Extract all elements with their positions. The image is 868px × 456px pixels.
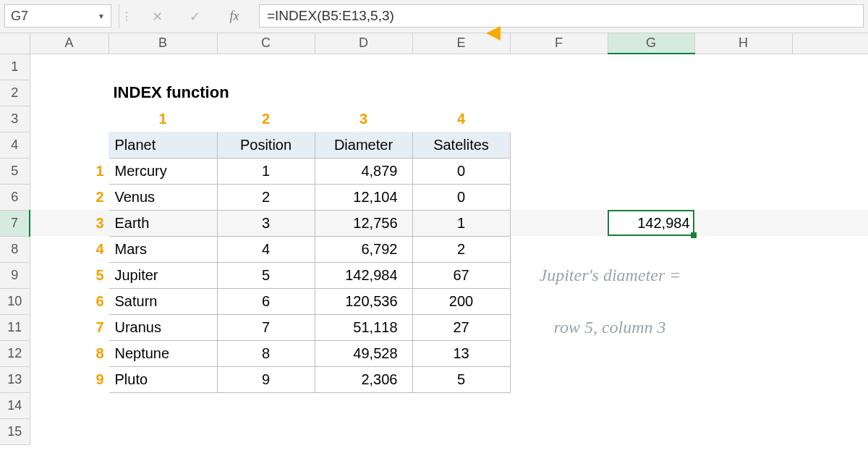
cell[interactable] bbox=[694, 418, 792, 444]
row-index[interactable]: 2 bbox=[30, 184, 109, 210]
cell[interactable] bbox=[608, 106, 694, 132]
cell[interactable] bbox=[315, 392, 412, 418]
row-header[interactable]: 3 bbox=[0, 106, 30, 132]
table-header[interactable]: Satelites bbox=[412, 132, 510, 158]
row-header[interactable]: 7 bbox=[0, 210, 30, 236]
cell[interactable] bbox=[792, 236, 868, 262]
cell[interactable] bbox=[608, 288, 694, 314]
row-header[interactable]: 10 bbox=[0, 288, 30, 314]
table-cell[interactable]: Venus bbox=[109, 184, 217, 210]
spreadsheet-grid[interactable]: A B C D E F G H 1 2 INDEX function 3 1 2… bbox=[0, 33, 868, 449]
col-header-C[interactable]: C bbox=[217, 33, 315, 54]
table-cell[interactable]: 0 bbox=[412, 158, 510, 184]
cell[interactable] bbox=[792, 132, 868, 158]
enter-icon[interactable]: ✓ bbox=[179, 4, 210, 28]
cell[interactable] bbox=[792, 158, 868, 184]
table-cell[interactable]: 12,756 bbox=[315, 210, 412, 236]
table-cell[interactable]: 1 bbox=[217, 158, 315, 184]
cell[interactable] bbox=[109, 54, 217, 80]
col-header-B[interactable]: B bbox=[109, 33, 217, 54]
row-header[interactable]: 14 bbox=[0, 392, 30, 418]
cell[interactable] bbox=[792, 210, 868, 236]
table-header[interactable]: Position bbox=[217, 132, 315, 158]
table-cell[interactable]: Earth bbox=[109, 210, 217, 236]
table-cell[interactable]: 200 bbox=[412, 288, 510, 314]
row-index[interactable]: 6 bbox=[30, 288, 109, 314]
cell[interactable] bbox=[510, 236, 608, 262]
row-header[interactable]: 4 bbox=[0, 132, 30, 158]
row-header[interactable]: 2 bbox=[0, 80, 30, 106]
row-index[interactable]: 8 bbox=[30, 340, 109, 366]
row-header[interactable]: 12 bbox=[0, 340, 30, 366]
col-header-D[interactable]: D bbox=[315, 33, 412, 54]
table-cell[interactable]: 4 bbox=[217, 236, 315, 262]
cell[interactable] bbox=[30, 392, 109, 418]
cell[interactable] bbox=[30, 106, 109, 132]
table-cell[interactable]: Jupiter bbox=[109, 262, 217, 288]
row-index[interactable]: 9 bbox=[30, 366, 109, 392]
table-cell[interactable]: 9 bbox=[217, 366, 315, 392]
cell[interactable] bbox=[608, 392, 694, 418]
table-cell[interactable]: 2,306 bbox=[315, 366, 412, 392]
cell[interactable] bbox=[510, 54, 608, 80]
cell[interactable] bbox=[30, 418, 109, 444]
table-cell[interactable]: 7 bbox=[217, 314, 315, 340]
cell[interactable] bbox=[510, 210, 608, 236]
cell[interactable] bbox=[30, 54, 109, 80]
cell[interactable] bbox=[109, 418, 217, 444]
cell[interactable] bbox=[792, 54, 868, 80]
cell[interactable] bbox=[694, 158, 792, 184]
cell[interactable] bbox=[792, 80, 868, 106]
cell[interactable] bbox=[412, 418, 510, 444]
table-cell[interactable]: 0 bbox=[412, 184, 510, 210]
cell[interactable] bbox=[412, 54, 510, 80]
cell[interactable] bbox=[510, 288, 608, 314]
row-header[interactable]: 11 bbox=[0, 314, 30, 340]
table-cell[interactable]: 12,104 bbox=[315, 184, 412, 210]
row-index[interactable]: 1 bbox=[30, 158, 109, 184]
table-cell[interactable]: 51,118 bbox=[315, 314, 412, 340]
cell[interactable] bbox=[694, 132, 792, 158]
cell[interactable] bbox=[510, 132, 608, 158]
cell[interactable] bbox=[694, 340, 792, 366]
table-cell[interactable]: 8 bbox=[217, 340, 315, 366]
col-header-G[interactable]: G bbox=[608, 33, 694, 54]
row-index[interactable]: 4 bbox=[30, 236, 109, 262]
col-header-I[interactable] bbox=[792, 33, 868, 54]
cell[interactable] bbox=[608, 158, 694, 184]
cell[interactable] bbox=[792, 288, 868, 314]
cell[interactable] bbox=[315, 418, 412, 444]
table-header[interactable]: Diameter bbox=[315, 132, 412, 158]
cell[interactable] bbox=[792, 418, 868, 444]
col-index[interactable]: 4 bbox=[412, 106, 510, 132]
cell[interactable] bbox=[694, 236, 792, 262]
cell[interactable] bbox=[608, 236, 694, 262]
cell[interactable] bbox=[694, 184, 792, 210]
cell[interactable] bbox=[510, 340, 608, 366]
cell[interactable] bbox=[608, 366, 694, 392]
cell[interactable] bbox=[792, 366, 868, 392]
cell[interactable] bbox=[217, 418, 315, 444]
table-cell[interactable]: 6 bbox=[217, 288, 315, 314]
row-header[interactable]: 6 bbox=[0, 184, 30, 210]
table-cell[interactable]: 13 bbox=[412, 340, 510, 366]
cell[interactable] bbox=[608, 418, 694, 444]
cell[interactable] bbox=[510, 366, 608, 392]
table-cell[interactable]: Neptune bbox=[109, 340, 217, 366]
name-box[interactable]: G7 ▼ bbox=[4, 4, 111, 28]
table-cell[interactable]: Pluto bbox=[109, 366, 217, 392]
table-cell[interactable]: Mercury bbox=[109, 158, 217, 184]
selected-cell-G7[interactable]: 142,984 bbox=[608, 210, 694, 236]
chevron-down-icon[interactable]: ▼ bbox=[98, 12, 105, 20]
cell[interactable] bbox=[510, 392, 608, 418]
col-header-A[interactable]: A bbox=[30, 33, 109, 54]
table-cell[interactable]: Saturn bbox=[109, 288, 217, 314]
row-header[interactable]: 9 bbox=[0, 262, 30, 288]
cell[interactable] bbox=[30, 80, 109, 106]
col-index[interactable]: 3 bbox=[315, 106, 412, 132]
row-header[interactable]: 13 bbox=[0, 366, 30, 392]
cell[interactable] bbox=[694, 392, 792, 418]
table-cell[interactable]: 2 bbox=[412, 236, 510, 262]
table-cell[interactable]: 4,879 bbox=[315, 158, 412, 184]
cell[interactable] bbox=[792, 340, 868, 366]
